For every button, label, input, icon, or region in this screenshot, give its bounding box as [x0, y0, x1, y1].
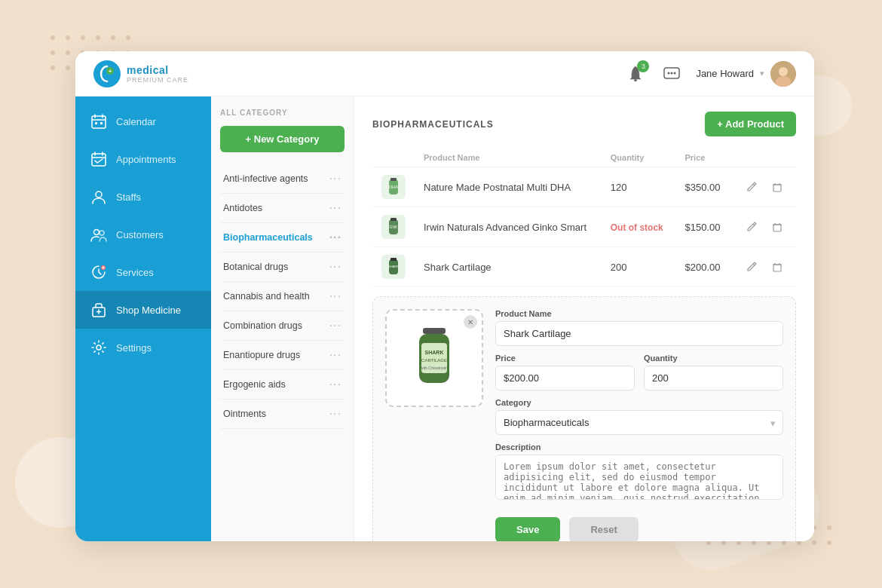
- svg-rect-51: [95, 122, 97, 124]
- user-menu[interactable]: Jane Howard ▾: [696, 61, 796, 87]
- user-name: Jane Howard: [696, 68, 754, 79]
- category-dots-botanical[interactable]: ···: [329, 260, 341, 274]
- th-product-name: Product Name: [415, 149, 602, 167]
- product-bottle-image: SHARK CARTILAGE with Chondroitin: [400, 317, 468, 400]
- dropdown-chevron: ▾: [760, 69, 764, 78]
- delete-icon-2[interactable]: [767, 217, 787, 237]
- sidebar-item-appointments[interactable]: Appointments: [75, 140, 211, 178]
- reset-button[interactable]: Reset: [569, 517, 638, 541]
- product-name-field-label: Product Name: [495, 309, 783, 318]
- main-header: BIOPHARMACEUTICALS + Add Product: [372, 112, 796, 136]
- product-img-cell: GNK: [372, 207, 415, 247]
- svg-point-43: [674, 72, 676, 74]
- edit-icon-2[interactable]: [742, 217, 761, 237]
- category-select[interactable]: Biopharmaceuticals Anti-infective agents…: [495, 410, 783, 435]
- category-item-anti-infective[interactable]: Anti-infective agents ···: [220, 164, 345, 194]
- sidebar-label-appointments: Appointments: [116, 154, 176, 165]
- svg-point-57: [96, 191, 102, 198]
- action-icons-1: [742, 177, 787, 197]
- svg-point-41: [668, 72, 670, 74]
- category-dots-ergogenic[interactable]: ···: [329, 378, 341, 391]
- product-name-1: Nature Made Postnatal Multi DHA: [415, 167, 602, 207]
- category-item-cannabis[interactable]: Cannabis and health ···: [220, 282, 345, 311]
- staffs-icon: [90, 188, 107, 205]
- category-dots-antidotes[interactable]: ···: [329, 201, 341, 215]
- sidebar-item-settings[interactable]: Settings: [75, 329, 211, 366]
- quantity-input[interactable]: [644, 366, 783, 390]
- svg-text:SHARK: SHARK: [425, 350, 444, 355]
- product-name-field-group: Product Name: [495, 309, 783, 346]
- category-dots-ointments[interactable]: ···: [329, 407, 341, 421]
- svg-text:+: +: [109, 68, 112, 75]
- sidebar-item-shop-medicine[interactable]: Shop Medicine: [75, 291, 211, 329]
- price-field-group: Price: [495, 354, 635, 390]
- category-item-ergogenic[interactable]: Ergogenic aids ···: [220, 370, 345, 400]
- product-price-3: $200.00: [675, 247, 733, 287]
- product-img-1: DHA: [381, 175, 406, 199]
- category-item-botanical[interactable]: Botanical drugs ···: [220, 253, 345, 282]
- message-button[interactable]: [660, 62, 684, 86]
- category-dots-cannabis[interactable]: ···: [329, 289, 341, 303]
- main-content: BIOPHARMACEUTICALS + Add Product Product…: [354, 96, 814, 541]
- category-item-enantiopure[interactable]: Enantiopure drugs ···: [220, 341, 345, 370]
- product-img-3: SHARK: [381, 255, 406, 279]
- product-name-2: Irwin Naturals Advanced Ginko Smart: [415, 207, 602, 247]
- notification-button[interactable]: 3: [623, 62, 648, 86]
- sidebar-item-customers[interactable]: Customers: [75, 216, 211, 253]
- section-title: BIOPHARMACEUTICALS: [372, 119, 494, 130]
- category-label-antidotes: Antidotes: [223, 203, 262, 213]
- edit-icon-1[interactable]: [742, 177, 761, 197]
- header-right: 3 Jane Howard ▾: [623, 61, 796, 87]
- category-item-ointments[interactable]: Ointments ···: [220, 400, 345, 429]
- category-dots-combination[interactable]: ···: [329, 319, 341, 332]
- svg-text:CARTILAGE: CARTILAGE: [421, 358, 447, 363]
- action-icons-3: [742, 257, 787, 277]
- svg-point-34: [812, 541, 816, 545]
- calendar-icon: [90, 113, 107, 130]
- delete-icon-3[interactable]: [767, 257, 787, 277]
- price-input[interactable]: [495, 366, 635, 390]
- logo-icon: +: [93, 60, 121, 87]
- th-actions: [733, 149, 796, 167]
- svg-rect-71: [773, 185, 781, 191]
- product-name-3: Shark Cartilage: [415, 247, 602, 287]
- svg-rect-79: [773, 225, 781, 231]
- product-name-input[interactable]: [495, 321, 783, 346]
- svg-point-66: [96, 345, 101, 350]
- description-textarea[interactable]: Lorem ipsum dolor sit amet, consectetur …: [495, 455, 783, 500]
- app-container: + medical PREMIUM CARE 3: [75, 51, 814, 541]
- svg-point-36: [93, 60, 121, 87]
- all-category-label: ALL CATEGORY: [220, 109, 345, 117]
- svg-rect-53: [92, 154, 106, 166]
- svg-text:with Chondroitin: with Chondroitin: [421, 366, 448, 370]
- sidebar-label-services: Services: [116, 267, 154, 278]
- add-product-button[interactable]: + Add Product: [705, 112, 796, 136]
- svg-rect-87: [773, 265, 781, 271]
- edit-fields: Product Name Price: [495, 309, 783, 541]
- edit-form: ✕ SHARK CARTILAGE with Chondroitin: [372, 296, 796, 541]
- edit-icon-3[interactable]: [742, 257, 761, 277]
- table-row: SHARK Shark Cartilage 200 $200.00: [372, 247, 796, 287]
- delete-icon-1[interactable]: [767, 177, 787, 197]
- category-item-biopharmaceuticals[interactable]: Biopharmaceuticals ···: [220, 223, 345, 253]
- image-upload[interactable]: ✕ SHARK CARTILAGE with Chondroitin: [385, 309, 483, 407]
- category-dots-enantiopure[interactable]: ···: [329, 348, 341, 362]
- sidebar-item-staffs[interactable]: Staffs: [75, 178, 211, 216]
- product-status-2: Out of stock: [602, 207, 676, 247]
- sidebar-item-calendar[interactable]: Calendar: [75, 103, 211, 140]
- new-category-button[interactable]: + New Category: [220, 126, 345, 152]
- close-image-button[interactable]: ✕: [464, 315, 477, 329]
- table-header-row: Product Name Quantity Price: [372, 149, 796, 167]
- category-dots-biopharmaceuticals[interactable]: ···: [329, 231, 341, 244]
- svg-rect-76: [390, 218, 397, 221]
- category-item-antidotes[interactable]: Antidotes ···: [220, 194, 345, 223]
- sidebar-item-services[interactable]: Services: [75, 253, 211, 291]
- category-item-combination[interactable]: Combination drugs ···: [220, 311, 345, 341]
- category-dots-anti-infective[interactable]: ···: [329, 172, 341, 185]
- svg-point-26: [827, 525, 831, 530]
- table-row: GNK Irwin Naturals Advanced Ginko Smart …: [372, 207, 796, 247]
- save-button[interactable]: Save: [495, 517, 560, 541]
- product-table: Product Name Quantity Price: [372, 149, 796, 541]
- svg-line-86: [753, 264, 755, 265]
- th-price: Price: [675, 149, 733, 167]
